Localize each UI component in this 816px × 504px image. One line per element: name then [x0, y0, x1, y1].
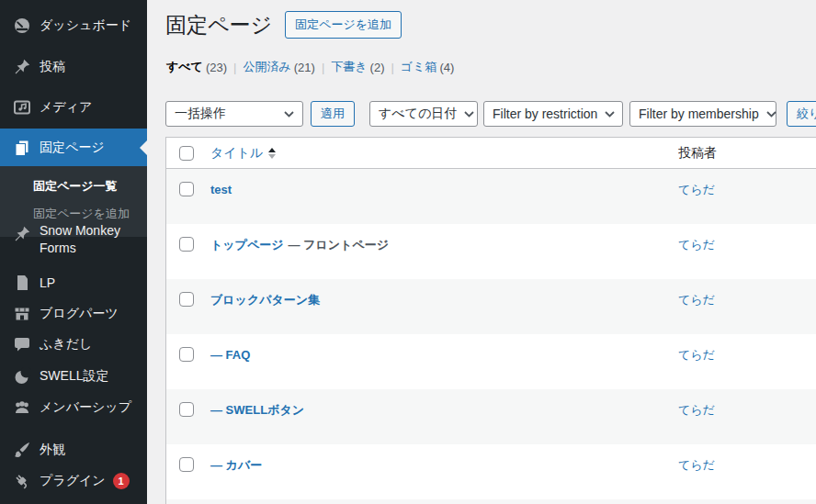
- table-row: ブロックパターン集 てらだ: [166, 279, 816, 334]
- chevron-down-icon: [464, 111, 474, 118]
- groups-icon: [13, 398, 31, 417]
- row-checkbox[interactable]: [179, 182, 194, 196]
- select-all-checkbox[interactable]: [179, 146, 194, 161]
- title-column-header: タイトル: [210, 145, 263, 162]
- sidebar-item-label: メンバーシップ: [40, 399, 131, 416]
- sidebar-item-posts[interactable]: 投稿: [0, 51, 147, 83]
- date-filter-select[interactable]: すべての日付: [369, 101, 478, 127]
- page-title-link[interactable]: test: [210, 183, 232, 196]
- sort-by-title-header[interactable]: タイトル: [210, 145, 276, 162]
- post-state-label: — フロントページ: [289, 238, 389, 252]
- page-title-link[interactable]: — FAQ: [210, 348, 250, 362]
- table-body: test てらだ トップページ— フロントページ てらだ ブロックパターン集 て…: [166, 169, 816, 504]
- sidebar-subitem-pages-list[interactable]: 固定ページ一覧: [0, 173, 147, 200]
- sidebar-item-media[interactable]: メディア: [0, 92, 147, 123]
- sidebar-item-membership[interactable]: メンバーシップ: [0, 392, 147, 423]
- table-row: — SWELLボタン てらだ: [166, 389, 816, 444]
- paintbrush-icon: [13, 441, 31, 459]
- bulk-action-value: 一括操作: [175, 106, 226, 122]
- sidebar-item-appearance[interactable]: 外観: [0, 434, 147, 465]
- sidebar-item-label: メディア: [40, 99, 92, 116]
- sidebar-item-snow-monkey-forms[interactable]: Snow Monkey Forms: [0, 222, 147, 270]
- view-filter-links: すべて(23) | 公開済み(21) | 下書き(2) | ゴミ箱(4): [166, 59, 454, 75]
- table-row: test てらだ: [166, 169, 816, 224]
- sidebar-item-swell-settings[interactable]: SWELL設定: [0, 361, 147, 392]
- speech-bubble-icon: [13, 335, 31, 353]
- membership-filter-select[interactable]: Filter by membership: [629, 101, 776, 127]
- sidebar-item-label: ブログパーツ: [40, 306, 119, 322]
- page-title-link[interactable]: ブロックパターン集: [210, 293, 320, 307]
- table-row: [166, 499, 816, 504]
- sidebar-item-pages[interactable]: 固定ページ: [0, 129, 147, 166]
- row-checkbox[interactable]: [179, 237, 194, 252]
- sidebar-item-label: ふきだし: [40, 336, 92, 353]
- dashboard-icon: [13, 17, 31, 35]
- row-checkbox[interactable]: [179, 347, 194, 362]
- view-draft-link[interactable]: 下書き: [331, 59, 367, 75]
- admin-sidebar: ダッシュボード 投稿 メディア 固定ページ 固定ページ一覧 固定ページを追加 S…: [0, 0, 147, 504]
- table-row: — FAQ てらだ: [166, 334, 816, 389]
- sidebar-item-plugins[interactable]: プラグイン 1: [0, 465, 147, 497]
- view-all-link[interactable]: すべて: [166, 59, 203, 75]
- active-item-arrow: [132, 140, 147, 155]
- author-column-header: 投稿者: [678, 145, 816, 162]
- apply-button[interactable]: 適用: [311, 101, 355, 127]
- view-separator: |: [322, 61, 324, 74]
- sidebar-item-label: 固定ページ: [40, 140, 105, 156]
- view-trash-count: (4): [439, 61, 454, 74]
- sort-asc-icon: [268, 148, 276, 152]
- sidebar-item-lp[interactable]: LP: [0, 267, 147, 298]
- view-separator: |: [391, 61, 393, 74]
- author-link[interactable]: てらだ: [678, 293, 715, 307]
- page-title-link[interactable]: — カバー: [210, 458, 262, 472]
- filter-button[interactable]: 絞り込み: [787, 101, 816, 127]
- sidebar-item-label: 投稿: [40, 59, 65, 75]
- row-checkbox[interactable]: [179, 457, 194, 472]
- view-draft-count: (2): [370, 61, 385, 74]
- view-all-count: (23): [206, 61, 227, 74]
- table-row: — カバー てらだ: [166, 444, 816, 499]
- row-checkbox[interactable]: [179, 292, 194, 307]
- view-published-count: (21): [294, 61, 315, 74]
- view-published-link[interactable]: 公開済み: [243, 59, 290, 75]
- author-link[interactable]: てらだ: [678, 458, 715, 472]
- sort-desc-icon: [268, 154, 276, 159]
- pin-icon: [13, 58, 31, 76]
- sidebar-item-label: SWELL設定: [40, 368, 108, 385]
- sidebar-item-label: Snow Monkey Forms: [40, 222, 147, 257]
- chevron-down-icon: [284, 111, 294, 118]
- add-page-button[interactable]: 固定ページを追加: [285, 11, 402, 39]
- page-title-link[interactable]: — SWELLボタン: [210, 403, 304, 417]
- pages-icon: [13, 139, 31, 157]
- sidebar-item-label: 外観: [40, 442, 65, 458]
- author-link[interactable]: てらだ: [678, 238, 715, 252]
- chevron-down-icon: [766, 111, 776, 118]
- sidebar-item-label: プラグイン: [40, 473, 106, 489]
- update-count-badge: 1: [113, 473, 130, 489]
- bulk-action-select[interactable]: 一括操作: [165, 101, 303, 127]
- plugin-icon: [13, 472, 31, 490]
- restriction-filter-value: Filter by restriction: [493, 106, 597, 121]
- sidebar-item-dashboard[interactable]: ダッシュボード: [0, 10, 147, 41]
- table-toolbar: 一括操作 適用 すべての日付 Filter by restriction Fil…: [165, 101, 816, 127]
- view-separator: |: [233, 61, 236, 74]
- author-link[interactable]: てらだ: [678, 348, 715, 362]
- page-title: 固定ページ: [165, 11, 272, 39]
- date-filter-value: すべての日付: [379, 106, 457, 122]
- author-link[interactable]: てらだ: [678, 183, 715, 196]
- sort-indicator-icon: [268, 148, 276, 159]
- storefront-icon: [13, 305, 31, 323]
- membership-filter-value: Filter by membership: [639, 106, 759, 121]
- table-header-row: タイトル 投稿者: [166, 138, 816, 169]
- sidebar-item-label: LP: [40, 275, 55, 290]
- row-checkbox[interactable]: [179, 402, 194, 417]
- pin-icon: [13, 225, 31, 243]
- sidebar-item-blog-parts[interactable]: ブログパーツ: [0, 298, 147, 330]
- page-title-link[interactable]: トップページ: [210, 238, 284, 252]
- restriction-filter-select[interactable]: Filter by restriction: [483, 101, 623, 127]
- document-icon: [13, 274, 31, 292]
- view-trash-link[interactable]: ゴミ箱: [401, 59, 437, 75]
- table-row: トップページ— フロントページ てらだ: [166, 224, 816, 279]
- sidebar-item-fukidashi[interactable]: ふきだし: [0, 329, 147, 360]
- author-link[interactable]: てらだ: [678, 403, 715, 417]
